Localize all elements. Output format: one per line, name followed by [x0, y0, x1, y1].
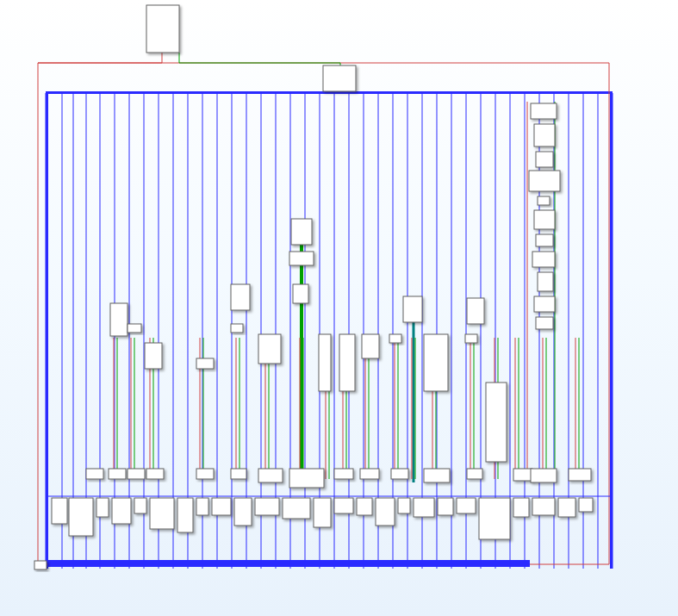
- bottom-node: [513, 498, 529, 517]
- bottom-node: [376, 498, 395, 526]
- node: [538, 272, 553, 291]
- bottom-node: [112, 498, 131, 524]
- rg-column-wires: [46, 102, 613, 496]
- node: [231, 284, 250, 310]
- node: [531, 469, 557, 482]
- node: [293, 284, 308, 303]
- node: [532, 252, 555, 267]
- bottom-node: [558, 498, 575, 517]
- node: [389, 334, 401, 343]
- bottom-node: [234, 498, 252, 526]
- node: [403, 296, 422, 322]
- node: [110, 303, 128, 336]
- node: [538, 196, 550, 205]
- top-node-right: [323, 65, 356, 91]
- node: [196, 358, 214, 369]
- node: [465, 334, 477, 343]
- bottom-node: [357, 498, 372, 515]
- node: [424, 334, 448, 391]
- node: [128, 469, 145, 479]
- node: [334, 469, 353, 479]
- bottom-bus: [47, 560, 530, 567]
- bottom-node: [150, 498, 174, 529]
- node: [534, 296, 555, 312]
- bottom-node: [479, 498, 510, 539]
- bottom-node: [398, 498, 410, 513]
- node: [360, 469, 379, 479]
- node: [109, 469, 126, 479]
- bottom-node: [334, 498, 353, 513]
- top-node-left: [146, 5, 179, 53]
- node: [319, 334, 331, 391]
- node: [569, 469, 591, 481]
- node: [536, 152, 553, 167]
- bottom-node: [134, 498, 146, 513]
- bottom-node: [52, 498, 67, 524]
- node: [513, 469, 532, 481]
- bottom-node: [314, 498, 331, 527]
- node: [258, 469, 283, 482]
- node: [531, 103, 557, 119]
- node: [536, 317, 553, 329]
- node: [289, 469, 324, 488]
- node: [145, 343, 162, 369]
- node: [289, 252, 314, 265]
- bottom-node: [177, 498, 193, 532]
- bottom-node: [283, 498, 310, 519]
- node: [467, 298, 484, 324]
- node: [128, 324, 141, 333]
- bottom-node: [196, 498, 208, 515]
- bottom-node: [414, 498, 434, 517]
- node: [196, 469, 214, 479]
- schematic-diagram: [0, 0, 678, 616]
- node: [231, 469, 246, 479]
- bottom-node: [255, 498, 279, 515]
- bottom-node: [438, 498, 453, 515]
- green-top-wire: [179, 53, 340, 65]
- node: [86, 469, 103, 479]
- bottom-node: [457, 498, 476, 513]
- node: [534, 210, 555, 229]
- node: [424, 469, 450, 482]
- node: [529, 171, 560, 191]
- bottom-node: [69, 498, 93, 536]
- node: [258, 334, 281, 364]
- node: [534, 124, 555, 146]
- bottom-left-tab: [34, 561, 47, 569]
- node: [486, 383, 507, 462]
- node: [291, 219, 312, 245]
- bottom-node: [212, 498, 231, 515]
- node: [362, 334, 379, 358]
- bottom-node: [96, 498, 109, 517]
- node: [231, 324, 243, 333]
- node: [391, 469, 408, 479]
- node: [536, 234, 553, 246]
- bottom-node: [532, 498, 555, 515]
- node: [146, 469, 164, 479]
- node: [339, 334, 355, 391]
- bottom-node: [579, 498, 593, 512]
- bottom-nodes: [52, 498, 593, 539]
- node: [467, 469, 482, 479]
